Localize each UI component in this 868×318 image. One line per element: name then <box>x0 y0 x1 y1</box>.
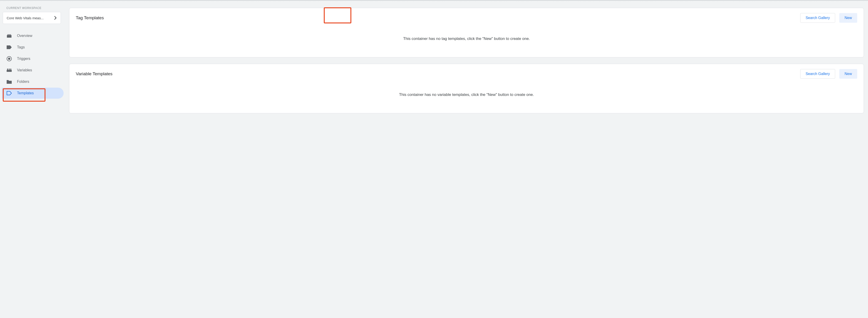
variable-templates-card: Variable Templates Search Gallery New Th… <box>69 64 864 113</box>
card-actions: Search Gallery New <box>800 13 857 23</box>
app-layout: CURRENT WORKSPACE Core Web Vitals meas..… <box>0 0 868 318</box>
templates-icon <box>6 91 12 96</box>
sidebar-item-label: Variables <box>17 68 32 72</box>
tag-icon <box>6 44 12 50</box>
sidebar-nav: Overview Tags Triggers Variables <box>2 30 64 99</box>
sidebar-item-tags[interactable]: Tags <box>2 42 64 53</box>
sidebar-item-label: Tags <box>17 45 25 49</box>
card-title: Variable Templates <box>76 71 113 76</box>
new-tag-template-button[interactable]: New <box>839 13 857 23</box>
tag-templates-card: Tag Templates Search Gallery New This co… <box>69 8 864 57</box>
chevron-right-icon <box>53 15 58 21</box>
card-header: Tag Templates Search Gallery New <box>76 13 857 23</box>
search-gallery-button[interactable]: Search Gallery <box>800 13 835 23</box>
main-content: Tag Templates Search Gallery New This co… <box>65 3 868 318</box>
top-shadow <box>0 0 868 1</box>
svg-rect-4 <box>9 69 10 70</box>
triggers-icon <box>6 56 12 62</box>
overview-icon <box>6 33 12 39</box>
folder-icon <box>6 79 12 84</box>
sidebar-item-label: Triggers <box>17 57 30 61</box>
sidebar: CURRENT WORKSPACE Core Web Vitals meas..… <box>0 3 65 318</box>
sidebar-item-templates[interactable]: Templates <box>2 87 64 99</box>
svg-rect-5 <box>10 69 11 70</box>
card-header: Variable Templates Search Gallery New <box>76 69 857 79</box>
svg-rect-2 <box>7 70 12 72</box>
workspace-name: Core Web Vitals meas... <box>7 16 43 20</box>
svg-point-1 <box>8 58 10 60</box>
workspace-selector[interactable]: Core Web Vitals meas... <box>3 12 61 24</box>
card-title: Tag Templates <box>76 15 104 21</box>
sidebar-item-label: Overview <box>17 34 32 38</box>
sidebar-item-variables[interactable]: Variables <box>2 65 64 76</box>
sidebar-item-label: Folders <box>17 80 29 84</box>
sidebar-item-triggers[interactable]: Triggers <box>2 53 64 64</box>
variables-icon <box>6 67 12 73</box>
empty-state-text: This container has no tag templates, cli… <box>76 23 857 41</box>
svg-rect-3 <box>7 69 8 70</box>
sidebar-item-folders[interactable]: Folders <box>2 76 64 87</box>
search-gallery-button[interactable]: Search Gallery <box>800 69 835 79</box>
workspace-heading: CURRENT WORKSPACE <box>2 6 64 12</box>
empty-state-text: This container has no variable templates… <box>76 79 857 97</box>
sidebar-item-label: Templates <box>17 91 34 95</box>
card-actions: Search Gallery New <box>800 69 857 79</box>
sidebar-item-overview[interactable]: Overview <box>2 30 64 41</box>
new-variable-template-button[interactable]: New <box>839 69 857 79</box>
